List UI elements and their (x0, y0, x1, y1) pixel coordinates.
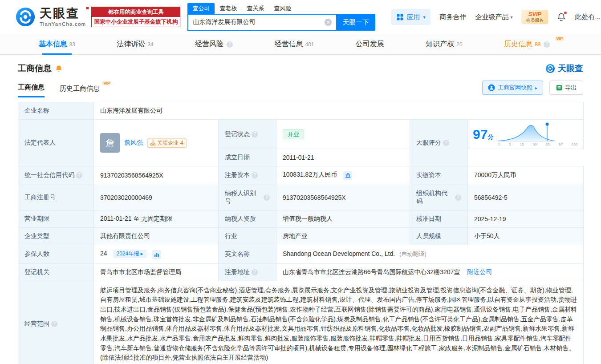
business-term-label: 营业期限 (18, 210, 94, 227)
insured-label: 参保人数 (18, 245, 94, 263)
capital-detail-icon[interactable] (343, 171, 352, 180)
enterprise-product-link[interactable]: 企业级产品 ▾ (475, 13, 512, 21)
person-circle-icon (488, 84, 495, 91)
caret-down-icon: ▾ (423, 15, 425, 20)
apps-button[interactable]: 应用 ▾ (391, 9, 430, 25)
question-icon[interactable]: ? (455, 194, 461, 201)
question-icon[interactable]: ? (227, 41, 233, 48)
section-title: 工商信息 (18, 63, 52, 74)
tab-business-info[interactable]: 经营信息401 (274, 34, 314, 54)
industry-label: 行业 (219, 227, 276, 245)
vip-tag: VIP (102, 81, 111, 85)
tab-basic-info[interactable]: 基本信息83 (39, 34, 75, 54)
org-code-value: 56856492-5 (468, 185, 584, 210)
taxpayer-quality-value: 增值税一般纳税人 (276, 210, 410, 227)
legal-rep-cell: 詹 詹风强 (94, 120, 219, 166)
score-chart-ticks: 13 1550 6597 100 (497, 142, 578, 147)
reg-capital-value: 100831.82万人民币 (276, 166, 410, 185)
question-icon[interactable]: ? (51, 321, 57, 327)
business-scope-label: 经营范围? (18, 281, 94, 364)
paid-capital-value: 70000万人民币 (468, 166, 584, 185)
svip-member-badge[interactable]: SVIP 会员服务 (521, 10, 548, 24)
tab-intellectual-property[interactable]: 知识产权20 (426, 34, 462, 54)
question-icon[interactable]: ? (264, 194, 270, 201)
table-row: 企业名称 山东海洋发展有限公司 (18, 102, 584, 120)
question-icon[interactable]: ? (252, 131, 258, 138)
table-row: 企业类型 其他有限责任公司 行业 房地产业 人员规模 小于50人 (18, 227, 584, 245)
apps-grid-icon (397, 14, 403, 20)
promo-banner: 都在用的商业查询工具 国家中小企业发展子基金旗下机构 (91, 7, 180, 27)
question-icon[interactable]: ? (252, 172, 258, 178)
score-label: 天眼评分? (410, 120, 468, 166)
tianyancha-logo-icon (15, 7, 36, 27)
legal-rep-avatar[interactable]: 詹 (100, 133, 120, 153)
business-scope-value: 航运项目管理及服务,商务信息咨询(不含商业秘密),酒店管理,会务服务,展览展示服… (94, 281, 584, 364)
arrow-right-icon: ▸ (535, 85, 537, 90)
export-sheet-icon (556, 85, 562, 91)
org-code-label: 组织机构代码? (410, 185, 468, 210)
business-info-table: 企业名称 山东海洋发展有限公司 法定代表人 詹 詹风强 (18, 102, 584, 364)
reg-authority-value: 青岛市市北区市场监督管理局 (94, 263, 219, 281)
auto-translate-note: (自动翻译) (399, 251, 426, 257)
annual-report-badge[interactable]: 2024年报 ▸ (113, 250, 146, 258)
subtab-business-registration[interactable]: 工商信息 (18, 83, 45, 97)
table-row: 经营范围? 航运项目管理及服务,商务信息咨询(不含商业秘密),酒店管理,会务服务… (18, 281, 584, 364)
search-tab-risk[interactable]: 查风险 (269, 3, 296, 14)
insured-value: 24 2024年报 ▸ (94, 245, 219, 263)
related-companies-tag[interactable]: 关联企业 4 (147, 138, 187, 148)
promo-line1: 都在用的商业查询工具 (92, 7, 180, 17)
export-button[interactable]: 导出 (549, 81, 583, 95)
approval-date-value: 2025-12-19 (468, 210, 584, 227)
question-icon[interactable]: ? (76, 172, 82, 178)
business-cooperation-link[interactable]: 商务合作 (439, 13, 466, 21)
taxpayer-id-value: 91370203568564925X (276, 185, 410, 210)
insured-chart-icon[interactable] (152, 250, 161, 259)
search-tab-company[interactable]: 查公司 (187, 3, 215, 14)
status-badge: 开业 (283, 129, 304, 139)
search-block: 查公司 查老板 查关系 查风险 ✕ 天眼一下 (187, 3, 375, 31)
legal-rep-name-link[interactable]: 詹风强 (124, 139, 143, 147)
company-nav-tabs: 基本信息83 法律诉讼34 经营风险? 经营信息401 公司发展 知识产权20 … (0, 34, 601, 55)
monitor-bell-icon[interactable] (55, 65, 62, 72)
tab-company-development[interactable]: 公司发展 (356, 34, 384, 54)
tianyancha-logo[interactable]: 天眼查 TianYanCha.com (15, 7, 86, 27)
search-tab-boss[interactable]: 查老板 (215, 3, 242, 14)
taxpayer-id-label: 纳税人识别号? (219, 185, 276, 210)
establish-date-label: 成立日期 (219, 149, 276, 166)
table-row: 营业期限 2011-01-21 至 无固定期限 纳税人资质 增值税一般纳税人 核… (18, 210, 584, 227)
tab-history-info[interactable]: 历史信息88 ? VIP (504, 34, 562, 54)
search-button[interactable]: 天眼一下 (336, 14, 375, 31)
table-row: 工商注册号 370203020000469 纳税人识别号? 9137020356… (18, 185, 584, 210)
search-input[interactable] (187, 14, 336, 31)
approval-date-label: 核准日期 (410, 210, 468, 227)
question-icon[interactable]: ? (544, 41, 550, 48)
tab-business-risk[interactable]: 经营风险? (195, 34, 233, 54)
top-bar: 天眼查 TianYanCha.com 都在用的商业查询工具 国家中小企业发展子基… (0, 0, 601, 34)
top-right-menu: 应用 ▾ 商务合作 企业级产品 ▾ SVIP 会员服务 此处有... (391, 9, 601, 25)
paid-capital-label: 实缴资本 (410, 166, 468, 185)
company-name-label: 企业名称 (18, 102, 94, 120)
industry-value: 房地产业 (276, 227, 410, 245)
logo-domain: TianYanCha.com (40, 21, 86, 27)
reg-number-label: 工商注册号 (18, 185, 94, 210)
credit-code-value: 91370203568564925X (94, 166, 219, 185)
notification-dot (564, 12, 567, 14)
taxpayer-quality-label: 纳税人资质 (219, 210, 276, 227)
search-tab-relation[interactable]: 查关系 (242, 3, 269, 14)
watermark-logo-icon (545, 64, 555, 73)
org-chart-icon (150, 141, 155, 146)
question-icon[interactable]: ? (252, 269, 258, 275)
tab-legal-litigation[interactable]: 法律诉讼34 (117, 34, 153, 54)
notification-bell-icon[interactable] (557, 12, 566, 21)
question-icon[interactable]: ? (443, 140, 449, 146)
subtab-history-registration[interactable]: 历史工商信息 VIP (60, 85, 100, 97)
logo-red-dot (86, 7, 89, 9)
reg-number-value: 370203020000469 (94, 185, 219, 210)
caret-down-icon: ▾ (510, 15, 512, 20)
establish-date-value: 2011-01-21 (276, 149, 410, 166)
nearby-companies-link[interactable]: 附近公司 (467, 268, 492, 275)
tianyancha-watermark: 天眼查 (545, 63, 583, 74)
credit-code-label: 统一社会信用代码? (18, 166, 94, 185)
official-snapshot-button[interactable]: 工商官网快照 ▸ (482, 81, 543, 95)
user-menu[interactable]: 此处有... (575, 13, 601, 21)
